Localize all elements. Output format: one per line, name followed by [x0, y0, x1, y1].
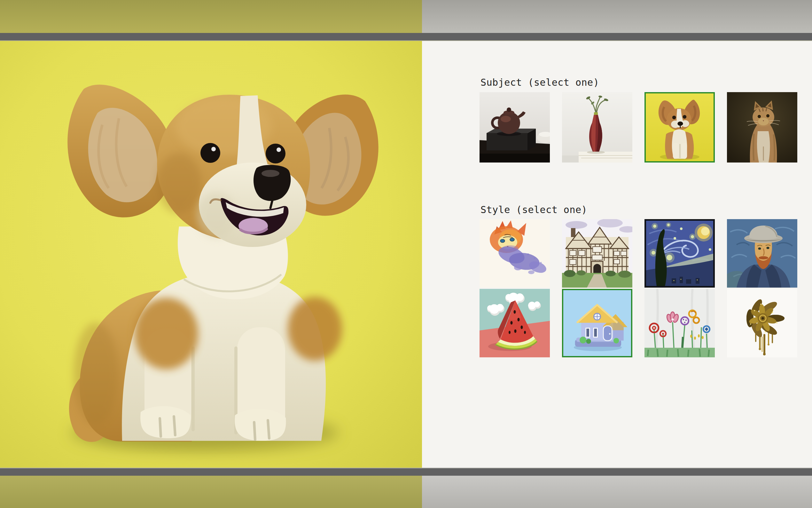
app-screen: Subject (select one)	[0, 0, 812, 508]
subject-label: Subject (select one)	[480, 77, 599, 88]
options-panel: Subject (select one)	[422, 41, 812, 468]
style-option-gold-flower[interactable]	[727, 289, 797, 357]
red-vase-photo-thumbnail	[562, 92, 632, 163]
letterbox-top	[0, 0, 812, 33]
clay-house-thumbnail	[563, 290, 631, 356]
starry-night-thumbnail	[644, 219, 715, 288]
style-label: Style (select one)	[480, 204, 587, 216]
letterbox-bottom-right	[422, 476, 812, 508]
style-option-van-gogh[interactable]	[727, 219, 797, 288]
van-gogh-portrait-thumbnail	[727, 219, 797, 288]
tudor-house-thumbnail	[562, 219, 632, 288]
subject-option-corgi[interactable]	[644, 92, 715, 163]
teapot-photo-thumbnail	[480, 92, 550, 163]
preview-image	[0, 41, 422, 468]
crayon-flowers-thumbnail	[644, 289, 715, 357]
corgi-render	[0, 41, 422, 468]
style-option-tudor-house[interactable]	[562, 219, 632, 288]
gold-flower-thumbnail	[727, 289, 797, 357]
subject-option-cat[interactable]	[727, 92, 797, 163]
frame-divider-top	[0, 33, 812, 41]
letterbox-bottom-left	[0, 476, 422, 508]
main-content: Subject (select one)	[0, 41, 812, 468]
style-option-watercolor-cat[interactable]	[480, 219, 550, 288]
subject-option-teapot[interactable]	[480, 92, 550, 163]
letterbox-bottom	[0, 476, 812, 508]
watercolor-cat-thumbnail	[480, 219, 550, 288]
letterbox-top-right	[422, 0, 812, 33]
ginger-cat-photo-thumbnail	[727, 92, 797, 163]
style-option-clay-watermelon[interactable]	[480, 289, 550, 357]
corgi-puppy-photo-thumbnail	[646, 93, 714, 161]
frame-divider-bottom	[0, 468, 812, 476]
subject-option-vase[interactable]	[562, 92, 632, 163]
letterbox-top-left	[0, 0, 422, 33]
style-option-crayon-flowers[interactable]	[644, 289, 715, 357]
style-option-starry-night[interactable]	[644, 219, 715, 288]
style-option-clay-house[interactable]	[562, 289, 632, 357]
clay-watermelon-thumbnail	[480, 289, 550, 357]
